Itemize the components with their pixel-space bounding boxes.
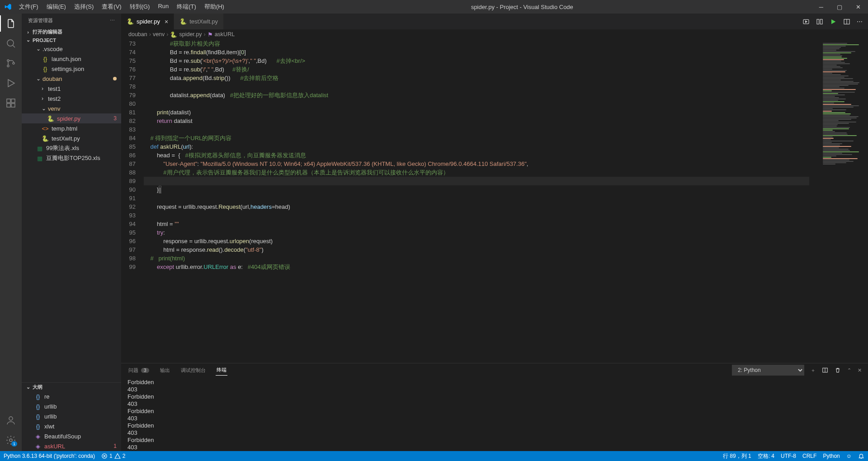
run-cell-icon[interactable]	[802, 18, 810, 25]
outline-tree: {}re{}urllib{}urllib{}xlwt◈BeautifulSoup…	[22, 391, 121, 451]
file-item[interactable]: <>temp.html	[22, 123, 121, 133]
menu-item[interactable]: 文件(F)	[15, 1, 42, 13]
status-eol[interactable]: CRLF	[802, 452, 816, 460]
menu-item[interactable]: Run	[154, 1, 172, 13]
folder-item[interactable]: ›test1	[22, 84, 121, 94]
maximize-panel-icon[interactable]: ⌃	[847, 367, 851, 373]
status-cursor-position[interactable]: 行 89，列 1	[723, 452, 751, 460]
folder-item[interactable]: ›test2	[22, 94, 121, 103]
chevron-icon: ›	[42, 95, 48, 102]
split-terminal-icon[interactable]	[822, 367, 828, 373]
chevron-icon: ⌄	[36, 75, 42, 82]
file-item[interactable]: {}settings.json	[22, 64, 121, 74]
minimize-button[interactable]: ─	[816, 3, 826, 11]
svg-rect-5	[11, 99, 15, 103]
line-gutter: 7374757677787980818283848586878889909192…	[121, 39, 144, 363]
close-button[interactable]: ✕	[853, 3, 863, 11]
menu-item[interactable]: 转到(G)	[126, 1, 154, 13]
status-problems[interactable]: 1 2	[101, 453, 125, 459]
extensions-icon[interactable]	[5, 98, 16, 108]
svg-point-8	[9, 417, 13, 420]
breadcrumb-item[interactable]: venv	[153, 31, 165, 38]
tree-label: spider.py	[57, 115, 113, 122]
breadcrumbs[interactable]: douban›venv›🐍spider.py›⚑askURL	[121, 29, 868, 39]
file-item[interactable]: {}launch.json	[22, 54, 121, 64]
breadcrumb-item[interactable]: spider.py	[179, 31, 202, 38]
kill-terminal-icon[interactable]	[835, 367, 841, 373]
split-editor-icon[interactable]	[843, 18, 850, 25]
search-icon[interactable]	[5, 38, 16, 49]
menu-item[interactable]: 终端(T)	[173, 1, 200, 13]
menu-item[interactable]: 帮助(H)	[201, 1, 228, 13]
breadcrumb-item[interactable]: askURL	[215, 31, 235, 38]
open-changes-icon[interactable]	[816, 18, 823, 25]
status-encoding[interactable]: UTF-8	[781, 452, 796, 460]
folder-item[interactable]: ⌄.vscode	[22, 44, 121, 54]
outline-item[interactable]: {}re	[22, 391, 121, 401]
folder-item[interactable]: ⌄venv	[22, 103, 121, 113]
breadcrumb-item[interactable]: douban	[128, 31, 147, 38]
panel-tab[interactable]: 问题3	[127, 365, 150, 376]
status-interpreter[interactable]: Python 3.6.13 64-bit ('pytorch': conda)	[4, 453, 95, 459]
project-section[interactable]: ⌄PROJECT	[22, 36, 121, 44]
status-indent[interactable]: 空格: 4	[758, 452, 774, 460]
close-panel-icon[interactable]: ✕	[858, 367, 862, 373]
code-editor[interactable]: #获取影片相关内容 Bd = re.findall(findBd,item)[0…	[144, 39, 818, 363]
terminal-output[interactable]: Forbidden403Forbidden403Forbidden403Forb…	[121, 377, 868, 451]
explorer-more-icon[interactable]: ⋯	[110, 18, 115, 24]
outline-item[interactable]: ◈BeautifulSoup	[22, 431, 121, 441]
file-item[interactable]: ▦99乘法表.xls	[22, 143, 121, 153]
breadcrumb-separator: ›	[166, 31, 168, 38]
breadcrumb-separator: ›	[204, 31, 206, 38]
minimap[interactable]	[818, 39, 868, 363]
settings-gear-icon[interactable]: 1	[5, 435, 16, 446]
explorer-sidebar: 资源管理器 ⋯ ›打开的编辑器 ⌄PROJECT ⌄.vscode{}launc…	[22, 14, 121, 451]
folder-item[interactable]: ⌄douban	[22, 74, 121, 84]
tab-label: spider.py	[137, 18, 160, 25]
svg-point-2	[7, 65, 9, 67]
new-terminal-icon[interactable]: ＋	[811, 367, 816, 374]
status-feedback-icon[interactable]: ☺	[846, 452, 852, 460]
svg-rect-7	[11, 103, 15, 107]
tree-label: 豆瓣电影TOP250.xls	[46, 154, 121, 162]
outline-item[interactable]: {}xlwt	[22, 421, 121, 431]
menu-item[interactable]: 选择(S)	[71, 1, 97, 13]
maximize-button[interactable]: ▢	[834, 3, 845, 11]
svg-rect-12	[820, 19, 822, 24]
open-editors-section[interactable]: ›打开的编辑器	[22, 28, 121, 36]
accounts-icon[interactable]	[5, 415, 16, 426]
tree-label: testXwlt.py	[52, 135, 121, 142]
file-tree: ⌄.vscode{}launch.json{}settings.json⌄dou…	[22, 44, 121, 382]
menu-item[interactable]: 编辑(E)	[43, 1, 70, 13]
close-tab-icon[interactable]: ×	[165, 18, 168, 25]
explorer-title: 资源管理器	[28, 17, 53, 24]
status-notifications-icon[interactable]	[858, 452, 864, 460]
source-control-icon[interactable]	[5, 58, 16, 69]
explorer-icon[interactable]	[5, 18, 16, 29]
window-controls: ─ ▢ ✕	[816, 3, 863, 11]
python-icon: 🐍	[127, 18, 134, 25]
status-language[interactable]: Python	[823, 452, 840, 460]
editor-tab[interactable]: 🐍spider.py×	[121, 14, 174, 29]
outline-section[interactable]: ⌄大纲	[22, 383, 121, 391]
panel-tab[interactable]: 终端	[216, 365, 227, 376]
editor-area: 🐍spider.py×🐍testXwlt.py ⋯ douban›venv›🐍s…	[121, 14, 868, 451]
vscode-logo-icon	[5, 3, 12, 10]
panel-tab[interactable]: 输出	[159, 365, 171, 376]
outline-item[interactable]: {}urllib	[22, 401, 121, 411]
outline-item[interactable]: {}urllib	[22, 411, 121, 421]
run-debug-icon[interactable]	[5, 78, 16, 89]
file-item[interactable]: 🐍testXwlt.py	[22, 133, 121, 143]
terminal-selector[interactable]: 2: Python	[732, 365, 804, 376]
panel-tab[interactable]: 调试控制台	[180, 365, 207, 376]
chevron-icon: ⌄	[36, 46, 42, 52]
file-item[interactable]: 🐍spider.py3	[22, 113, 121, 123]
editor-tab[interactable]: 🐍testXwlt.py	[174, 14, 224, 29]
menu-item[interactable]: 查看(V)	[98, 1, 125, 13]
settings-badge: 1	[11, 441, 17, 447]
svg-point-0	[7, 40, 14, 46]
file-item[interactable]: ▦豆瓣电影TOP250.xls	[22, 153, 121, 163]
outline-item[interactable]: ◈askURL1	[22, 441, 121, 451]
more-actions-icon[interactable]: ⋯	[857, 18, 863, 25]
run-file-icon[interactable]	[830, 18, 837, 25]
